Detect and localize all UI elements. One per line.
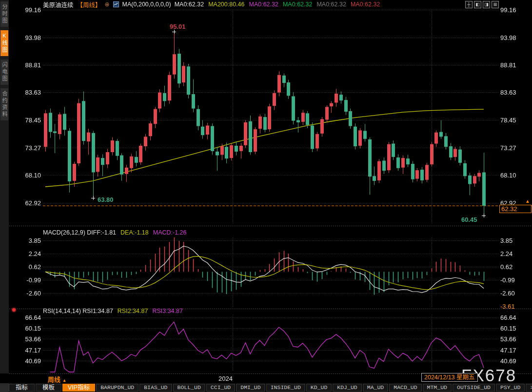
y-axis-label: 83.63 bbox=[10, 89, 41, 96]
y-axis-label: 53.66 bbox=[500, 335, 531, 343]
indicator-tab-bar: 指标模板VIP指标BARUPDN_UDBIAS_UDBOLL_UDCCI_UDD… bbox=[9, 383, 532, 392]
macd-dea-value: DEA:-1.18 bbox=[120, 229, 149, 236]
y-axis-label: 68.10 bbox=[500, 171, 531, 178]
sidebar-item-K线图[interactable]: K线图 bbox=[0, 30, 8, 56]
rsi-header: RSI(14,14,14) RSI1:34.87 RSI2:34.87 RSI3… bbox=[43, 308, 183, 314]
symbol-title: 美原油连续 bbox=[43, 0, 74, 9]
y-axis-label: 62.92 bbox=[10, 199, 41, 206]
tab-MA_UD[interactable]: MA_UD bbox=[363, 384, 389, 392]
macd-macd-value: MACD:-1.26 bbox=[153, 229, 187, 236]
header-toolbar: ┼◧◨⊞ bbox=[465, 1, 499, 8]
shift-right-icon[interactable]: ◨ bbox=[483, 1, 490, 8]
y-axis-label: 2.24 bbox=[500, 250, 531, 257]
tab-bar-corner bbox=[0, 383, 9, 392]
y-axis-label: 93.98 bbox=[10, 34, 41, 41]
tab-KDJ_UD[interactable]: KDJ_UD bbox=[333, 384, 361, 392]
y-axis-label: -0.99 bbox=[10, 276, 41, 283]
tab-BIAS_UD[interactable]: BIAS_UD bbox=[139, 384, 172, 392]
high-price-annotation: 95.01 bbox=[170, 23, 186, 30]
mid-low-annotation: 63.80 bbox=[98, 196, 114, 203]
y-axis-label: 73.27 bbox=[10, 144, 41, 151]
y-axis-label: 40.69 bbox=[10, 357, 41, 364]
tab-MACD_UD[interactable]: MACD_UD bbox=[389, 384, 421, 392]
move-crosshair-icon[interactable]: ┼ bbox=[465, 1, 473, 8]
y-axis-label: 73.27 bbox=[500, 144, 531, 151]
tab-CCI_UD[interactable]: CCI_UD bbox=[206, 384, 235, 392]
y-axis-label: 0.62 bbox=[500, 263, 531, 271]
rsi-params-rsi1: RSI(14,14,14) RSI1:34.87 bbox=[43, 308, 113, 314]
add-indicator-icon[interactable]: ⊕ bbox=[105, 1, 110, 8]
chart-canvas[interactable] bbox=[0, 0, 532, 392]
period-arrow-icon: ▲ bbox=[62, 378, 67, 383]
last-low-annotation: 60.45 bbox=[461, 216, 477, 223]
y-axis-label: 66.64 bbox=[500, 314, 531, 321]
y-axis-label: 93.98 bbox=[500, 34, 531, 41]
chart-type-icon[interactable] bbox=[113, 1, 119, 8]
y-axis-label: 68.10 bbox=[10, 171, 41, 178]
y-axis-label: -3.61 bbox=[500, 303, 531, 310]
y-axis-label: 60.15 bbox=[10, 325, 41, 332]
tab->>[interactable]: >> bbox=[526, 384, 532, 392]
tab-指标[interactable]: 指标 bbox=[9, 384, 35, 392]
period-label: 周线 bbox=[48, 376, 60, 383]
y-axis-label: 83.63 bbox=[500, 89, 531, 96]
period-selector[interactable]: 周线 ▲ bbox=[48, 374, 67, 384]
period-tag[interactable]: 【周线】 bbox=[77, 0, 101, 9]
tab-BOLL_UD[interactable]: BOLL_UD bbox=[173, 384, 205, 392]
macd-header: MACD(26,12,9) DIFF:-1.81 DEA:-1.18 MACD:… bbox=[43, 229, 187, 236]
y-axis-label: 2.24 bbox=[10, 250, 41, 257]
tab-VIP指标[interactable]: VIP指标 bbox=[62, 384, 95, 392]
chart-header: 美原油连续 【周线】 ⊕ MA(0,200,0,0,0,0) MA0:62.32… bbox=[43, 0, 380, 8]
x-axis-year-label: 2024 bbox=[204, 375, 233, 382]
tab-模板[interactable]: 模板 bbox=[36, 384, 61, 392]
tab-BARUPDN_UD[interactable]: BARUPDN_UD bbox=[96, 384, 138, 392]
y-axis-label: 60.15 bbox=[500, 325, 531, 332]
y-axis-label: 99.16 bbox=[10, 6, 41, 14]
scroll-latest-icon[interactable]: ▲ bbox=[525, 198, 530, 204]
macd-params-diff: MACD(26,12,9) DIFF:-1.81 bbox=[43, 229, 116, 236]
ma-value: MA0:62.32 bbox=[283, 1, 312, 8]
y-axis-label: 40.69 bbox=[500, 357, 531, 364]
trading-app-window: 分时图K线图闪电图合约资料 美原油连续 【周线】 ⊕ MA(0,200,0,0,… bbox=[0, 0, 532, 392]
y-axis-label: 99.16 bbox=[500, 6, 531, 14]
y-axis-label: -2.60 bbox=[500, 289, 531, 296]
tab-MTM_UD[interactable]: MTM_UD bbox=[423, 384, 452, 392]
y-axis-label: 66.64 bbox=[10, 314, 41, 321]
expand-range-icon[interactable]: ⊞ bbox=[492, 1, 499, 8]
y-axis-label: -0.99 bbox=[500, 276, 531, 283]
sidebar-item-分时图[interactable]: 分时图 bbox=[0, 1, 8, 27]
y-axis-label: 3.85 bbox=[10, 236, 41, 244]
y-axis-label: 47.17 bbox=[500, 346, 531, 353]
alert-dot-icon bbox=[12, 308, 16, 312]
y-axis-label: 88.81 bbox=[500, 61, 531, 68]
ma-value: MA0:62.32 bbox=[351, 1, 380, 8]
sidebar: 分时图K线图闪电图合约资料 bbox=[0, 0, 9, 373]
sidebar-item-闪电图[interactable]: 闪电图 bbox=[0, 59, 8, 85]
y-axis-label: 78.45 bbox=[500, 117, 531, 124]
ma-value: MA0:62.32 bbox=[316, 1, 346, 8]
tab-KD_UD[interactable]: KD_UD bbox=[306, 384, 332, 392]
y-axis-label: 88.81 bbox=[10, 61, 41, 68]
rsi3-value: RSI3:34.87 bbox=[152, 308, 183, 314]
ma-values: MA0:62.32MA200:80.46MA0:62.32MA0:62.32MA… bbox=[175, 1, 380, 8]
rsi2-value: RSI2:34.87 bbox=[118, 308, 148, 314]
sidebar-item-合约资料[interactable]: 合约资料 bbox=[0, 88, 8, 120]
x-axis-date-label: 2024/12/13 星期五 bbox=[421, 373, 478, 382]
y-axis-label: -2.60 bbox=[10, 289, 41, 296]
y-axis-label: 0.62 bbox=[10, 263, 41, 271]
shift-left-icon[interactable]: ◧ bbox=[474, 1, 481, 8]
ma-value: MA200:80.46 bbox=[208, 1, 244, 8]
ma-value: MA0:62.32 bbox=[175, 1, 204, 8]
y-axis-label: 47.17 bbox=[10, 346, 41, 353]
ma-formula: MA(0,200,0,0,0,0) bbox=[122, 1, 171, 8]
tab-INSIDE_UD[interactable]: INSIDE_UD bbox=[266, 384, 305, 392]
tab-DMI_UD[interactable]: DMI_UD bbox=[236, 384, 265, 392]
y-axis-label: 78.45 bbox=[10, 117, 41, 124]
y-axis-label: 3.85 bbox=[500, 236, 531, 244]
last-price-box: 62.32 bbox=[499, 205, 532, 213]
ma-value: MA0:62.32 bbox=[249, 1, 278, 8]
y-axis-label: 53.66 bbox=[10, 335, 41, 343]
